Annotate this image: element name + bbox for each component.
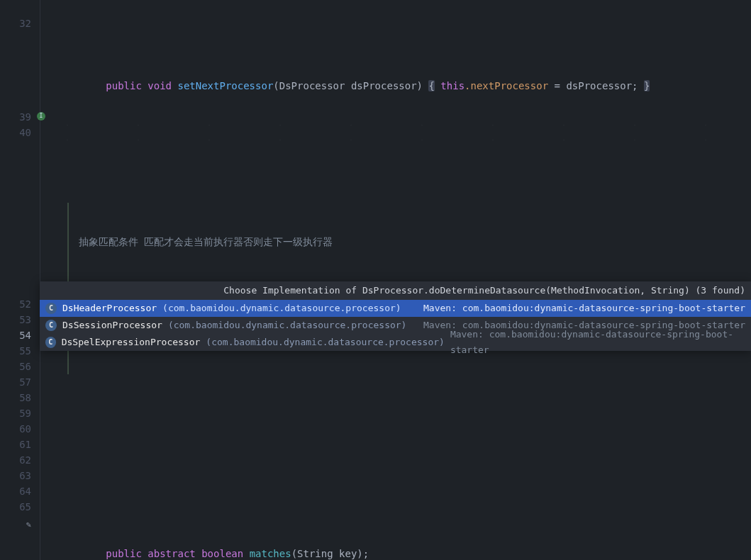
gutter-line[interactable]: 64 [0,483,31,499]
gutter-line[interactable] [0,0,31,16]
editor: 3239I405253545556575859606162636465✎73I7… [0,0,751,560]
gutter-line[interactable]: 55 [0,343,31,359]
gutter: 3239I405253545556575859606162636465✎73I7… [0,0,40,560]
package-name: (com.baomidou.dynamic.datasource.process… [162,301,401,316]
implementation-row[interactable]: CDsSpelExpressionProcessor (com.baomidou… [40,334,751,351]
gutter-line[interactable]: 56 [0,359,31,374]
gutter-line[interactable]: 58 [0,390,31,405]
gutter-line[interactable] [0,31,31,47]
gutter-line[interactable] [0,94,31,109]
gutter-line[interactable] [0,172,31,187]
gutter-line[interactable] [0,78,31,94]
gutter-line[interactable] [0,250,31,265]
class-icon: C [45,337,56,348]
code-area[interactable]: public void setNextProcessor(DsProcessor… [40,0,751,560]
gutter-line[interactable] [0,156,31,172]
gutter-line[interactable]: 63 [0,468,31,483]
gutter-line[interactable]: 53 [0,312,31,327]
gutter-line[interactable] [0,62,31,78]
class-name: DsSpelExpressionProcessor [62,335,201,350]
method-name: matches [250,548,291,559]
gutter-line[interactable] [0,546,31,560]
gutter-line[interactable]: 54 [0,327,31,343]
gutter-line[interactable] [0,203,31,218]
implementation-row[interactable]: CDsHeaderProcessor (com.baomidou.dynamic… [40,300,751,317]
code-line[interactable]: public abstract boolean matches(String k… [46,530,751,546]
gutter-line[interactable]: 39I [0,109,31,125]
popup-title: Choose Implementation of DsProcessor.doD… [40,281,751,300]
gutter-line[interactable] [0,281,31,296]
implementation-popup[interactable]: Choose Implementation of DsProcessor.doD… [40,281,751,351]
class-icon: C [45,303,57,314]
gutter-line[interactable] [0,530,31,546]
gutter-line[interactable] [0,234,31,250]
keyword: public [106,80,142,91]
package-name: (com.baomidou.dynamic.datasource.process… [168,318,407,333]
gutter-line[interactable]: 62 [0,452,31,468]
gutter-line[interactable]: 59 [0,405,31,421]
method-name: setNextProcessor [177,80,273,91]
gutter-line[interactable]: 65 [0,499,31,515]
gutter-line[interactable] [0,140,31,156]
gutter-line[interactable]: 32 [0,16,31,31]
gutter-line[interactable]: 60 [0,421,31,437]
gutter-line[interactable]: 57 [0,374,31,390]
gutter-line[interactable] [0,218,31,234]
class-icon: C [45,320,57,331]
popup-list[interactable]: CDsHeaderProcessor (com.baomidou.dynamic… [40,300,751,351]
class-name: DsSessionProcessor [62,318,162,333]
gutter-line[interactable]: 52 [0,296,31,312]
gutter-line[interactable]: 61 [0,437,31,452]
gutter-line[interactable] [0,187,31,203]
maven-coords: Maven: com.baomidou:dynamic-datasource-s… [423,301,745,316]
maven-coords: Maven: com.baomidou:dynamic-datasource-s… [450,327,745,358]
code-line[interactable]: public void setNextProcessor(DsProcessor… [46,62,751,78]
gutter-line[interactable]: 40 [0,125,31,140]
package-name: (com.baomidou.dynamic.datasource.process… [206,335,445,350]
gutter-line[interactable]: ✎ [0,515,31,530]
doc-text: 抽象匹配条件 匹配才会走当前执行器否则走下一级执行器 [79,236,333,247]
gutter-line[interactable] [0,265,31,281]
code-line[interactable] [46,125,751,140]
gutter-line[interactable] [0,47,31,62]
class-name: DsHeaderProcessor [62,301,157,316]
